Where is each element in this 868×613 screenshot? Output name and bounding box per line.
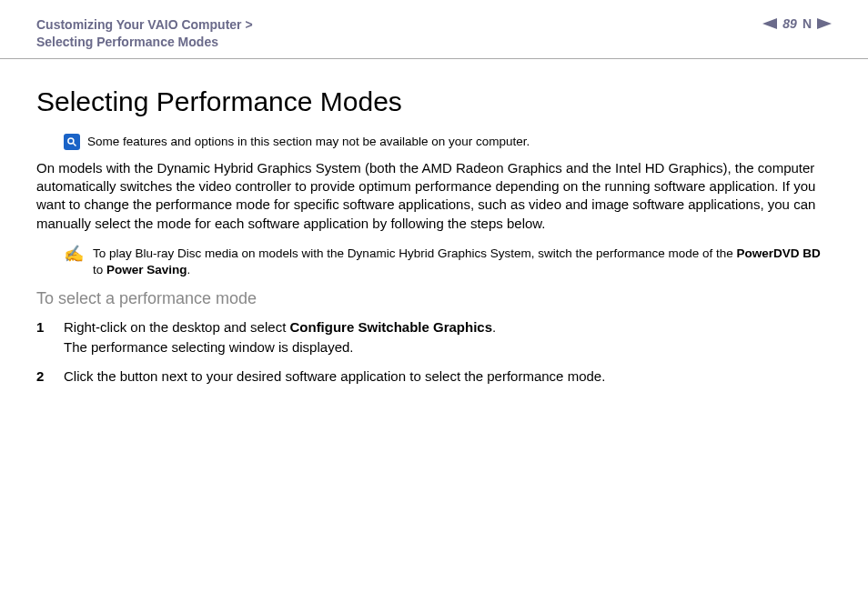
pencil-note-text: To play Blu-ray Disc media on models wit… <box>93 246 832 278</box>
pencil-suffix: . <box>187 263 191 276</box>
step-line-2: The performance selecting window is disp… <box>64 337 496 357</box>
pencil-bold-1: PowerDVD BD <box>737 246 821 260</box>
n-label: N <box>802 16 812 31</box>
breadcrumb-line-2: Selecting Performance Modes <box>36 34 253 51</box>
list-item: 2 Click the button next to your desired … <box>36 367 832 387</box>
pencil-icon: ✍ <box>64 246 84 262</box>
pencil-bold-2: Power Saving <box>106 263 187 276</box>
step-line-1: Click the button next to your desired so… <box>64 367 605 387</box>
svg-line-3 <box>74 143 76 146</box>
steps-list: 1 Right-click on the desktop and select … <box>36 317 832 386</box>
step-number: 2 <box>36 367 47 387</box>
page-header: Customizing Your VAIO Computer > Selecti… <box>0 0 868 59</box>
content-area: Selecting Performance Modes Some feature… <box>0 59 868 387</box>
svg-marker-1 <box>817 18 832 29</box>
next-arrow-icon[interactable] <box>817 18 832 29</box>
step-body: Click the button next to your desired so… <box>64 367 605 387</box>
step-line-1: Right-click on the desktop and select Co… <box>64 317 496 337</box>
svg-point-2 <box>68 138 74 144</box>
intro-paragraph: On models with the Dynamic Hybrid Graphi… <box>36 159 832 233</box>
pencil-note: ✍ To play Blu-ray Disc media on models w… <box>64 246 832 278</box>
pencil-mid: to <box>93 263 106 276</box>
breadcrumb-line-1: Customizing Your VAIO Computer > <box>36 16 253 34</box>
prev-arrow-icon[interactable] <box>762 18 777 29</box>
step-number: 1 <box>36 317 47 337</box>
step-body: Right-click on the desktop and select Co… <box>64 317 496 357</box>
info-note-text: Some features and options in this sectio… <box>87 135 530 148</box>
pager: 89 N <box>762 16 832 31</box>
section-subtitle: To select a performance mode <box>36 289 832 308</box>
breadcrumb: Customizing Your VAIO Computer > Selecti… <box>36 16 253 51</box>
magnifier-icon <box>64 134 80 150</box>
page-number: 89 <box>782 16 797 31</box>
info-note: Some features and options in this sectio… <box>64 134 832 150</box>
list-item: 1 Right-click on the desktop and select … <box>36 317 832 357</box>
svg-marker-0 <box>762 18 777 29</box>
pencil-prefix: To play Blu-ray Disc media on models wit… <box>93 246 737 260</box>
page-title: Selecting Performance Modes <box>36 86 832 117</box>
